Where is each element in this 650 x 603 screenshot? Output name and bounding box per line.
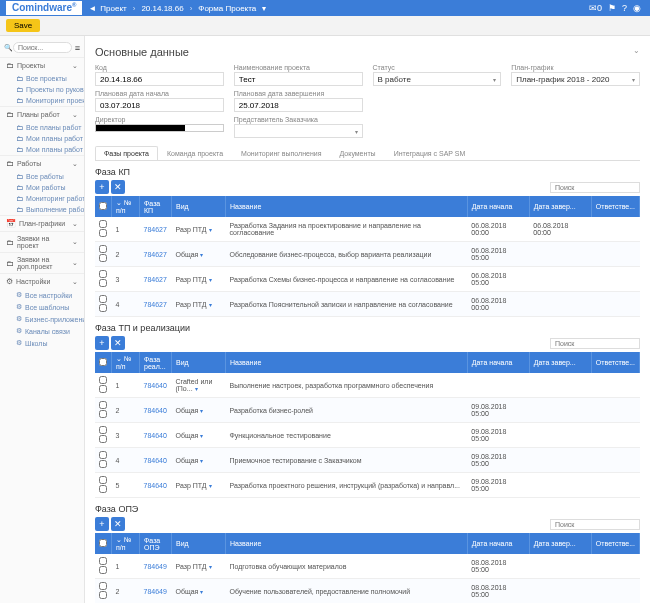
table-row[interactable]: 1 784640 Crafted или (По...▾ Выполнение … — [95, 373, 640, 398]
row-check2[interactable] — [99, 254, 107, 262]
director-value[interactable] — [95, 124, 224, 132]
cell-id-link[interactable]: 784640 — [144, 382, 167, 389]
col-id[interactable]: Фаза КП — [140, 196, 172, 217]
tab-docs[interactable]: Документы — [331, 146, 385, 160]
pend-input[interactable] — [234, 98, 363, 112]
breadcrumb-3[interactable]: Форма Проекта — [198, 4, 256, 13]
col-resp[interactable]: Ответстве... — [591, 196, 639, 217]
sidebar-item[interactable]: ⚙Все настройки — [0, 289, 84, 301]
cell-id-link[interactable]: 784640 — [144, 407, 167, 414]
row-check[interactable] — [99, 476, 107, 484]
cell-id-link[interactable]: 784627 — [144, 276, 167, 283]
row-check[interactable] — [99, 270, 107, 278]
help-icon[interactable]: ? — [622, 3, 627, 13]
chevron-down-icon[interactable]: ▾ — [200, 252, 203, 258]
table-search[interactable] — [550, 338, 640, 349]
sidebar-group-add-requests[interactable]: 🗀Заявки на доп.проект⌄ — [0, 252, 84, 273]
delete-row-button[interactable]: ✕ — [111, 336, 125, 350]
tab-phases[interactable]: Фазы проекта — [95, 146, 158, 160]
col-vid[interactable]: Вид — [172, 533, 226, 554]
sidebar-search[interactable] — [13, 42, 72, 53]
sidebar-item[interactable]: 🗀Мои работы — [0, 182, 84, 193]
table-row[interactable]: 3 784640 Общая▾ Функциональное тестирова… — [95, 423, 640, 448]
cell-id-link[interactable]: 784627 — [144, 251, 167, 258]
chevron-down-icon[interactable]: ▾ — [200, 433, 203, 439]
chevron-down-icon[interactable]: ⌄ — [633, 46, 640, 55]
col-id[interactable]: Фаза реал... — [140, 352, 172, 373]
row-check[interactable] — [99, 245, 107, 253]
row-check2[interactable] — [99, 304, 107, 312]
table-row[interactable]: 4 784640 Общая▾ Приемочное тестирование … — [95, 448, 640, 473]
sidebar-item[interactable]: 🗀Мониторинг работ — [0, 193, 84, 204]
col-vid[interactable]: Вид — [172, 352, 226, 373]
sidebar-item[interactable]: ⚙Школы — [0, 337, 84, 349]
row-check2[interactable] — [99, 229, 107, 237]
cell-id-link[interactable]: 784627 — [144, 301, 167, 308]
plan-select[interactable]: План-график 2018 - 2020▾ — [511, 72, 640, 86]
cell-id-link[interactable]: 784649 — [144, 588, 167, 595]
chevron-down-icon[interactable]: ▾ — [200, 589, 203, 595]
chevron-down-icon[interactable]: ▾ — [200, 458, 203, 464]
table-search[interactable] — [550, 519, 640, 530]
row-check2[interactable] — [99, 385, 107, 393]
pstart-input[interactable] — [95, 98, 224, 112]
chevron-down-icon[interactable]: ▾ — [209, 277, 212, 283]
col-check[interactable] — [95, 533, 112, 554]
col-date-start[interactable]: Дата начала — [467, 196, 529, 217]
col-vid[interactable]: Вид — [172, 196, 226, 217]
row-check2[interactable] — [99, 435, 107, 443]
table-row[interactable]: 1 784627 Разр ПТД▾ Разработка Задания на… — [95, 217, 640, 242]
row-check2[interactable] — [99, 279, 107, 287]
col-date-end[interactable]: Дата завер... — [529, 352, 591, 373]
row-check2[interactable] — [99, 460, 107, 468]
col-name[interactable]: Название — [226, 196, 468, 217]
status-select[interactable]: В работе▾ — [373, 72, 502, 86]
table-row[interactable]: 2 784640 Общая▾ Разработка бизнес-ролей … — [95, 398, 640, 423]
col-name[interactable]: Название — [226, 352, 468, 373]
sidebar-item[interactable]: ⚙Каналы связи — [0, 325, 84, 337]
breadcrumb-2[interactable]: 20.14.18.66 — [141, 4, 183, 13]
sidebar-item[interactable]: 🗀Проекты по руководит... — [0, 84, 84, 95]
row-check[interactable] — [99, 401, 107, 409]
col-date-end[interactable]: Дата завер... — [529, 533, 591, 554]
row-check[interactable] — [99, 582, 107, 590]
tab-sap[interactable]: Интеграция с SAP SM — [385, 146, 475, 160]
col-date-start[interactable]: Дата начала — [467, 533, 529, 554]
sidebar-item[interactable]: 🗀Все работы — [0, 171, 84, 182]
sidebar-item[interactable]: 🗀Все проекты — [0, 73, 84, 84]
sidebar-group-works[interactable]: 🗀Работы⌄ — [0, 155, 84, 171]
row-check[interactable] — [99, 426, 107, 434]
row-check[interactable] — [99, 220, 107, 228]
sidebar-item[interactable]: ⚙Бизнес-приложения — [0, 313, 84, 325]
col-num[interactable]: ⌄ № п/п — [112, 533, 140, 554]
chevron-down-icon[interactable]: ▾ — [209, 302, 212, 308]
mail-icon[interactable]: ✉0 — [589, 3, 602, 13]
sidebar-group-projects[interactable]: 🗀Проекты⌄ — [0, 57, 84, 73]
cell-id-link[interactable]: 784640 — [144, 482, 167, 489]
name-input[interactable] — [234, 72, 363, 86]
col-num[interactable]: ⌄ № п/п — [112, 196, 140, 217]
col-date-end[interactable]: Дата завер... — [529, 196, 591, 217]
col-id[interactable]: Фаза ОПЭ — [140, 533, 172, 554]
table-row[interactable]: 3 784627 Разр ПТД▾ Разработка Схемы бизн… — [95, 267, 640, 292]
sidebar-item[interactable]: 🗀Мои планы работ (Ку... — [0, 133, 84, 144]
table-search[interactable] — [550, 182, 640, 193]
chevron-down-icon[interactable]: ▾ — [200, 408, 203, 414]
col-name[interactable]: Название — [226, 533, 468, 554]
sidebar-group-plans[interactable]: 🗀Планы работ⌄ — [0, 106, 84, 122]
table-row[interactable]: 2 784649 Общая▾ Обучение пользователей, … — [95, 579, 640, 604]
add-row-button[interactable]: + — [95, 336, 109, 350]
delete-row-button[interactable]: ✕ — [111, 517, 125, 531]
breadcrumb-1[interactable]: Проект — [100, 4, 126, 13]
sidebar-item[interactable]: 🗀Мои планы работ (Ру... — [0, 144, 84, 155]
row-check2[interactable] — [99, 566, 107, 574]
sidebar-group-settings[interactable]: ⚙Настройки⌄ — [0, 273, 84, 289]
sidebar-item[interactable]: ⚙Все шаблоны — [0, 301, 84, 313]
cell-id-link[interactable]: 784640 — [144, 432, 167, 439]
sidebar-item[interactable]: 🗀Выполнение работ п... — [0, 204, 84, 215]
nav-back-icon[interactable]: ◄ — [88, 4, 96, 13]
cell-id-link[interactable]: 784627 — [144, 226, 167, 233]
code-input[interactable] — [95, 72, 224, 86]
sidebar-item[interactable]: 🗀Мониторинг проектов — [0, 95, 84, 106]
row-check2[interactable] — [99, 410, 107, 418]
